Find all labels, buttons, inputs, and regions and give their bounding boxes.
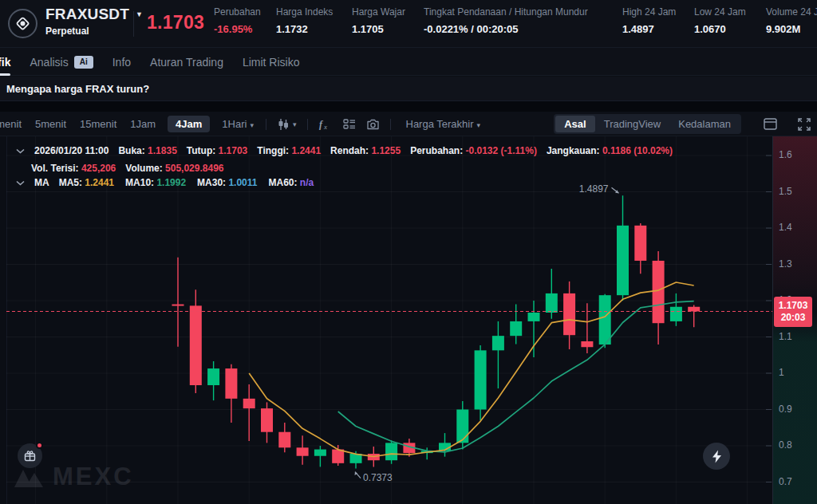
legend-field: Vol. Terisi: 425,206 bbox=[31, 163, 116, 174]
mode-asal[interactable]: Asal bbox=[555, 116, 594, 132]
ma-legend-row: MA MA5: 1.2441MA10: 1.1992MA30: 1.0011MA… bbox=[16, 177, 314, 188]
legend-field: Tinggi: 1.2441 bbox=[257, 145, 321, 156]
screenshot-camera-icon[interactable] bbox=[366, 119, 380, 130]
y-axis-label: 0.7 bbox=[779, 476, 792, 487]
tab-grafik[interactable]: Grafik bbox=[0, 48, 10, 76]
header-stat: Volume 24 Jam 9.902M bbox=[766, 6, 817, 35]
y-axis-label: 1.3 bbox=[779, 258, 792, 270]
tab-limit-risiko[interactable]: Limit Risiko bbox=[243, 48, 300, 76]
low-annotation: 0.7373 bbox=[363, 472, 393, 483]
y-axis-label: 0.8 bbox=[779, 439, 792, 451]
ohlc-legend-row: 2026/01/20 11:00 Buka: 1.1835Tutup: 1.17… bbox=[16, 145, 673, 156]
legend-field: Tutup: 1.1703 bbox=[187, 145, 247, 156]
toolbar-divider bbox=[266, 119, 266, 130]
y-axis-label: 1.1 bbox=[779, 331, 792, 342]
badge-countdown: 20:03 bbox=[781, 312, 806, 324]
news-banner[interactable]: Mengapa harga FRAX turun? bbox=[0, 77, 817, 101]
stat-value: 9.902M bbox=[766, 23, 817, 35]
header-divider bbox=[133, 11, 134, 37]
last-price-badge: 1.1703 20:03 bbox=[774, 297, 812, 327]
header-stat: Tingkat Pendanaan / Hitungan Mundur -0.0… bbox=[424, 6, 588, 35]
badge-price: 1.1703 bbox=[779, 300, 808, 312]
notification-dot bbox=[36, 442, 43, 449]
toolbar-left-group: 1menit5menit15menit1Jam4Jam1Hari▾ ▾ f x bbox=[0, 112, 480, 136]
contract-type-label: Perpetual bbox=[45, 26, 143, 37]
interval-1hari[interactable]: 1Hari▾ bbox=[220, 116, 255, 132]
interval-15menit[interactable]: 15menit bbox=[78, 116, 118, 132]
candle-datetime: 2026/01/20 11:00 bbox=[34, 145, 109, 156]
token-logo-icon bbox=[8, 9, 37, 38]
tab-info[interactable]: Info bbox=[112, 48, 131, 76]
toolbar-right-group: AsalTradingViewKedalaman bbox=[554, 114, 811, 134]
stat-label: Harga Wajar bbox=[352, 6, 405, 18]
volume-legend-row: Vol. Terisi: 425,206Volume: 505,029.8496 bbox=[31, 163, 223, 174]
interval-5menit[interactable]: 5menit bbox=[34, 116, 68, 132]
y-axis-label: 1 bbox=[779, 367, 784, 378]
lightning-icon bbox=[712, 450, 722, 463]
header-stat: Perubahan -16.95% bbox=[214, 6, 261, 35]
y-axis-label: 1.6 bbox=[779, 149, 792, 160]
toolbar-divider bbox=[307, 119, 308, 130]
legend-field: Perubahan: -0.0132 (-1.11%) bbox=[410, 145, 537, 156]
nav-tabs: GrafikAnalisisAiInfoAturan TradingLimit … bbox=[0, 48, 300, 76]
legend-field: Volume: 505,029.8496 bbox=[125, 163, 223, 174]
ma-title: MA bbox=[34, 177, 49, 188]
tab-aturan-trading[interactable]: Aturan Trading bbox=[150, 48, 223, 76]
indicators-fx-icon[interactable]: f x bbox=[318, 118, 333, 130]
y-axis-label: 0.9 bbox=[779, 404, 792, 415]
gift-icon bbox=[24, 450, 36, 462]
chart-area[interactable]: MEXC 1.48970.7373 2026/01/20 11:00 Buka:… bbox=[0, 136, 817, 504]
stat-label: Tingkat Pendanaan / Hitungan Mundur bbox=[424, 6, 588, 18]
interval-4jam[interactable]: 4Jam bbox=[168, 116, 210, 132]
svg-text:x: x bbox=[323, 123, 327, 130]
stat-value: 1.1705 bbox=[352, 23, 405, 35]
chart-toolbar: 1menit5menit15menit1Jam4Jam1Hari▾ ▾ f x bbox=[0, 112, 817, 136]
nav-tabs-bar: GrafikAnalisisAiInfoAturan TradingLimit … bbox=[0, 48, 817, 76]
fullscreen-expand-icon[interactable] bbox=[798, 118, 811, 131]
interval-1jam[interactable]: 1Jam bbox=[128, 116, 157, 132]
stat-label: Volume 24 Jam bbox=[766, 6, 817, 18]
panel-layout-icon[interactable] bbox=[764, 118, 777, 130]
last-price: 1.1703 bbox=[147, 12, 204, 33]
layout-settings-icon[interactable] bbox=[343, 119, 356, 130]
stat-value: 1.1732 bbox=[276, 23, 333, 35]
stat-value: 1.4897 bbox=[622, 23, 676, 35]
chart-mode-switch: AsalTradingViewKedalaman bbox=[554, 114, 741, 134]
stat-value: -16.95% bbox=[214, 23, 261, 35]
high-annotation: 1.4897 bbox=[579, 183, 609, 195]
mode-kedalaman[interactable]: Kedalaman bbox=[669, 116, 740, 132]
price-source-dropdown[interactable]: Harga Terakhir▾ bbox=[406, 118, 481, 130]
price-chart-svg[interactable]: 1.48970.7373 bbox=[6, 136, 772, 504]
stat-value: 1.0670 bbox=[694, 23, 746, 35]
chart-style-icon[interactable]: ▾ bbox=[277, 118, 297, 131]
ai-badge-icon: Ai bbox=[74, 56, 93, 69]
chevron-down-icon: ▼ bbox=[136, 10, 143, 18]
svg-text:f: f bbox=[319, 119, 323, 130]
legend-field: MA5: 1.2441 bbox=[59, 177, 114, 188]
stat-label: Perubahan bbox=[214, 6, 261, 18]
legend-field: Buka: 1.1835 bbox=[118, 145, 176, 156]
tab-analisis[interactable]: AnalisisAi bbox=[30, 48, 93, 76]
interval-1menit[interactable]: 1menit bbox=[0, 116, 23, 132]
collapse-chevron-icon[interactable] bbox=[16, 145, 25, 156]
legend-field: MA60: n/a bbox=[268, 177, 314, 188]
header-stat: Harga Indeks 1.1732 bbox=[276, 6, 333, 35]
legend-field: Rendah: 1.1255 bbox=[330, 145, 401, 156]
promo-button[interactable] bbox=[18, 443, 42, 468]
stat-label: Low 24 Jam bbox=[694, 6, 746, 18]
legend-field: MA10: 1.1992 bbox=[125, 177, 186, 188]
y-axis-label: 1.4 bbox=[779, 222, 792, 233]
quick-trade-button[interactable] bbox=[703, 443, 730, 470]
legend-field: Jangkauan: 0.1186 (10.02%) bbox=[547, 145, 673, 156]
mode-tradingview[interactable]: TradingView bbox=[595, 116, 670, 132]
toolbar-divider bbox=[390, 119, 391, 130]
spacer-row bbox=[0, 101, 817, 112]
stat-value: -0.0221% / 00:20:05 bbox=[424, 23, 588, 35]
symbol-name: FRAXUSDT bbox=[45, 6, 129, 23]
symbol-selector[interactable]: FRAXUSDT▼ Perpetual bbox=[45, 6, 143, 37]
legend-field: MA30: 1.0011 bbox=[197, 177, 257, 188]
news-banner-text: Mengapa harga FRAX turun? bbox=[6, 83, 149, 95]
header-stat: Harga Wajar 1.1705 bbox=[352, 6, 405, 35]
header-stat: Low 24 Jam 1.0670 bbox=[694, 6, 746, 35]
collapse-chevron-icon[interactable] bbox=[16, 177, 25, 188]
